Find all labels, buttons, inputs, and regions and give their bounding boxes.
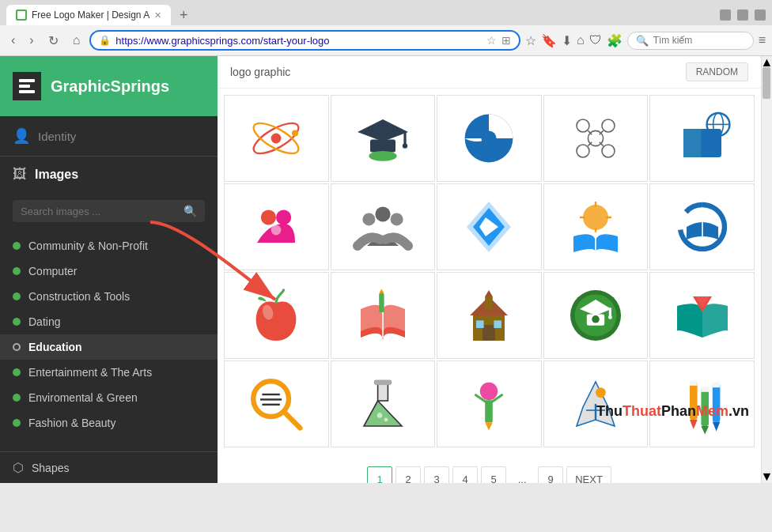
logo-cell-6[interactable] <box>224 183 329 270</box>
title-bar: Free Logo Maker | Design A ✕ + <box>0 0 772 25</box>
scrollbar[interactable]: ▲ ▼ <box>761 56 772 483</box>
pagination: 1 2 3 4 5 ... 9 NEXT <box>218 454 761 483</box>
nav-item-computer[interactable]: Computer <box>0 258 218 284</box>
tab-close-btn[interactable]: ✕ <box>154 10 161 21</box>
logo-cell-14[interactable] <box>543 272 649 359</box>
bookmark-bar-icon[interactable]: 🔖 <box>541 33 557 48</box>
maximize-button[interactable] <box>737 9 748 21</box>
page-1-button[interactable]: 1 <box>367 466 392 483</box>
search-bar-container[interactable]: 🔍 <box>627 32 754 50</box>
nav-item-fashion[interactable]: Fashion & Beauty <box>0 410 218 436</box>
watermark: ThuThuatPhanMem.vn <box>596 403 749 420</box>
logo-cell-8[interactable] <box>437 183 542 270</box>
svg-marker-48 <box>486 290 494 296</box>
nav-item-shapes[interactable]: ⬡ Shapes <box>0 451 218 483</box>
page-next-button[interactable]: NEXT <box>566 466 611 483</box>
logo-cell-15[interactable] <box>649 272 755 359</box>
bookmark-icon: ☆ <box>486 34 497 47</box>
svg-rect-22 <box>683 129 701 157</box>
svg-point-78 <box>596 387 606 398</box>
page-2-button[interactable]: 2 <box>395 466 421 483</box>
sidebar: GraphicSprings 👤 Identity 🖼 Images 🔍 Com… <box>0 56 218 483</box>
scroll-up-button[interactable]: ▲ <box>763 58 772 67</box>
nav-dot <box>13 292 21 300</box>
back-button[interactable]: ‹ <box>6 32 20 49</box>
home-button[interactable]: ⌂ <box>68 32 85 49</box>
nav-item-construction[interactable]: Construction & Tools <box>0 284 218 309</box>
logo-cell-1[interactable] <box>224 95 329 182</box>
sidebar-search-container: 🔍 <box>0 192 218 230</box>
svg-point-35 <box>583 205 608 230</box>
page-9-button[interactable]: 9 <box>538 466 563 483</box>
svg-point-15 <box>577 145 589 157</box>
sidebar-images-section[interactable]: 🖼 Images <box>0 157 218 192</box>
nav-item-education[interactable]: Education <box>0 334 218 360</box>
logo-cell-16[interactable] <box>224 360 329 447</box>
logo-cell-3[interactable] <box>437 95 542 182</box>
svg-rect-68 <box>374 380 392 385</box>
nav-dot <box>13 242 21 250</box>
logo-cell-13[interactable] <box>437 272 542 359</box>
svg-marker-5 <box>358 119 408 141</box>
watermark-mem: Mem <box>696 403 728 419</box>
random-button[interactable]: RANDOM <box>686 62 748 81</box>
nav-item-community[interactable]: Community & Non-Profit <box>0 233 218 258</box>
logo-cell-11[interactable] <box>224 272 329 359</box>
nav-item-enviromental[interactable]: Enviromental & Green <box>0 385 218 410</box>
address-bar-container[interactable]: 🔒 ☆ ⊞ <box>89 30 520 51</box>
svg-rect-6 <box>370 140 395 153</box>
sidebar-search-input[interactable] <box>21 206 184 217</box>
logo-cell-4[interactable] <box>543 95 649 182</box>
svg-point-11 <box>482 130 497 145</box>
close-button[interactable] <box>755 9 766 21</box>
scroll-thumb[interactable] <box>763 67 770 99</box>
svg-marker-84 <box>701 426 709 434</box>
nav-item-dating[interactable]: Dating <box>0 309 218 334</box>
shield-icon[interactable]: 🛡 <box>589 33 602 47</box>
address-input[interactable] <box>115 35 482 47</box>
logo-cell-7[interactable] <box>331 183 436 270</box>
forward-button[interactable]: › <box>25 32 38 49</box>
svg-point-30 <box>362 213 375 225</box>
nav-label: Entertainment & The Arts <box>28 366 152 379</box>
svg-marker-73 <box>486 422 494 430</box>
logo-cell-17[interactable] <box>331 360 436 447</box>
nav-dot <box>13 368 21 376</box>
sidebar-search-icon: 🔍 <box>184 205 197 217</box>
extensions-icon[interactable]: 🧩 <box>607 33 623 48</box>
page-dots: ... <box>509 466 535 483</box>
page-4-button[interactable]: 4 <box>452 466 478 483</box>
svg-point-9 <box>369 151 396 161</box>
logo-cell-18[interactable] <box>437 360 542 447</box>
menu-icon[interactable]: ≡ <box>759 33 766 47</box>
star-icon[interactable]: ☆ <box>525 33 536 48</box>
home-bar-icon[interactable]: ⌂ <box>577 33 585 47</box>
logo-cell-10[interactable] <box>649 183 755 270</box>
sidebar-identity[interactable]: 👤 Identity <box>0 116 218 157</box>
logo-cell-2[interactable] <box>331 95 436 182</box>
scroll-down-button[interactable]: ▼ <box>763 472 772 481</box>
minimize-button[interactable] <box>720 9 731 21</box>
search-input[interactable] <box>653 35 732 46</box>
sidebar-nav: Community & Non-Profit Computer Construc… <box>0 230 218 451</box>
logo-icon <box>13 72 41 100</box>
sidebar-search-inner[interactable]: 🔍 <box>13 200 205 222</box>
page-3-button[interactable]: 3 <box>424 466 449 483</box>
svg-point-27 <box>276 209 291 224</box>
tab-favicon <box>16 9 27 21</box>
nav-dot <box>13 419 21 427</box>
page-5-button[interactable]: 5 <box>481 466 506 483</box>
main-layout: GraphicSprings 👤 Identity 🖼 Images 🔍 Com… <box>0 56 772 483</box>
logo-cell-12[interactable] <box>331 272 436 359</box>
refresh-button[interactable]: ↻ <box>44 32 63 50</box>
download-bar-icon[interactable]: ⬇ <box>562 33 572 48</box>
new-tab-button[interactable]: + <box>174 6 193 25</box>
logo-cell-5[interactable] <box>649 95 755 182</box>
browser-tab[interactable]: Free Logo Maker | Design A ✕ <box>6 5 171 25</box>
nav-item-entertainment[interactable]: Entertainment & The Arts <box>0 360 218 385</box>
logo-cell-9[interactable] <box>543 183 649 270</box>
svg-marker-44 <box>379 289 384 293</box>
svg-point-16 <box>602 145 615 157</box>
svg-point-69 <box>377 413 382 417</box>
svg-rect-43 <box>379 293 384 312</box>
